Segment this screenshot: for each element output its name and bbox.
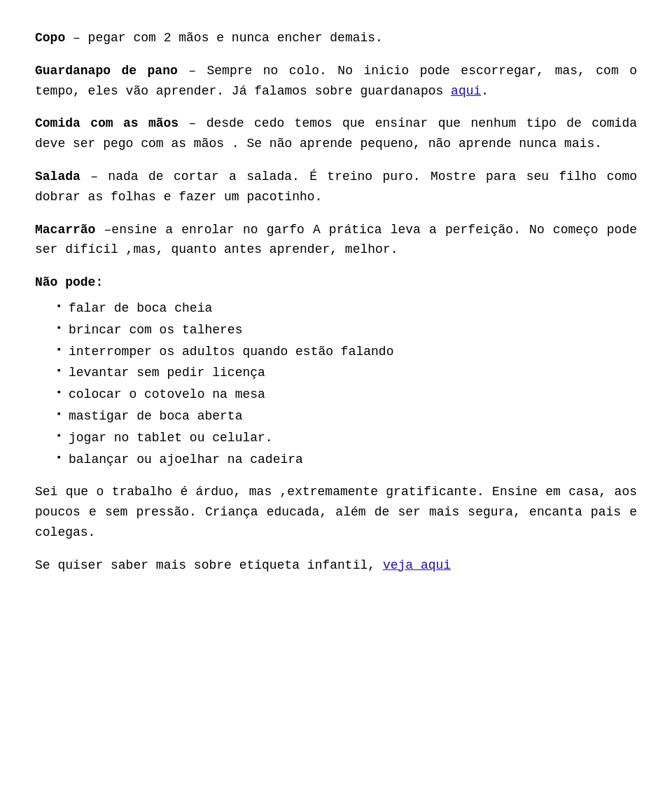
text-salada: – nada de cortar a salada. É treino puro… — [35, 170, 637, 204]
list-item: mastigar de boca aberta — [56, 406, 637, 427]
last-line-text: Se quiser saber mais sobre etiqueta infa… — [35, 558, 383, 572]
list-item: balançar ou ajoelhar na cadeira — [56, 450, 637, 470]
term-copo: Copo — [35, 31, 65, 45]
not-pode-section: Não pode: falar de boca cheiabrincar com… — [35, 272, 637, 469]
term-comida: Comida com as mãos — [35, 116, 178, 130]
text-macarrao: –ensine a enrolar no garfo A prática lev… — [35, 223, 637, 257]
paragraph-copo: Copo – pegar com 2 mãos e nunca encher d… — [35, 28, 637, 48]
final-paragraph: Sei que o trabalho é árduo, mas ,extrema… — [35, 482, 637, 542]
term-salada: Salada — [35, 170, 80, 184]
text-copo: – pegar com 2 mãos e nunca encher demais… — [65, 31, 383, 45]
paragraph-macarrao: Macarrão –ensine a enrolar no garfo A pr… — [35, 220, 637, 261]
main-content: Copo – pegar com 2 mãos e nunca encher d… — [35, 28, 637, 576]
list-item: falar de boca cheia — [56, 298, 637, 319]
list-item: levantar sem pedir licença — [56, 363, 637, 383]
list-item: interromper os adultos quando estão fala… — [56, 342, 637, 362]
link-aqui[interactable]: aqui — [451, 84, 481, 98]
paragraph-guardanapo: Guardanapo de pano – Sempre no colo. No … — [35, 61, 637, 102]
link-veja-aqui[interactable]: veja aqui — [383, 558, 451, 572]
list-item: brincar com os talheres — [56, 320, 637, 340]
list-item: colocar o cotovelo na mesa — [56, 385, 637, 405]
paragraph-salada: Salada – nada de cortar a salada. É trei… — [35, 167, 637, 207]
paragraph-comida: Comida com as mãos – desde cedo temos qu… — [35, 113, 637, 154]
list-item: jogar no tablet ou celular. — [56, 428, 637, 448]
not-pode-title: Não pode: — [35, 272, 637, 293]
term-guardanapo: Guardanapo de pano — [35, 64, 178, 78]
term-macarrao: Macarrão — [35, 223, 95, 237]
not-pode-list: falar de boca cheiabrincar com os talher… — [35, 298, 637, 469]
last-line: Se quiser saber mais sobre etiqueta infa… — [35, 555, 637, 576]
